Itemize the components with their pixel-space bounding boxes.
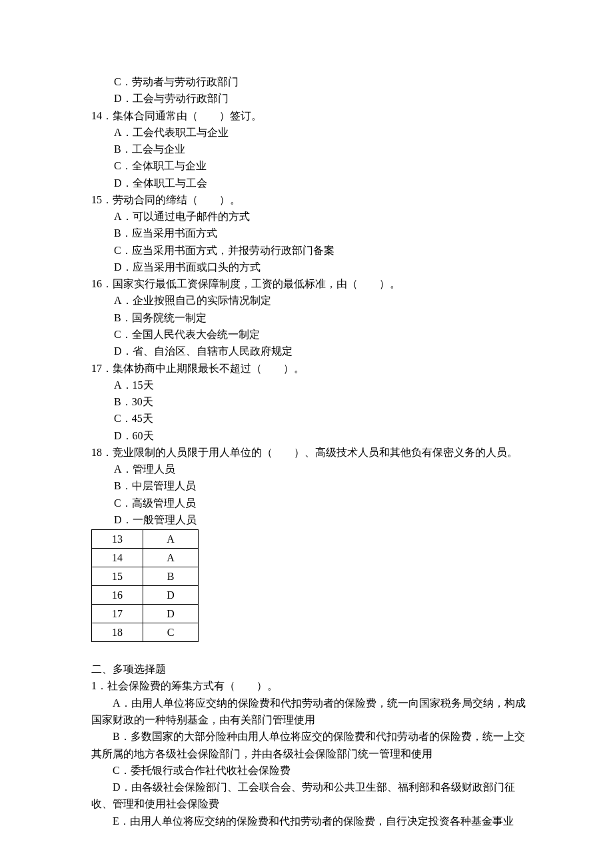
answer-num: 14: [92, 549, 143, 567]
q16-stem: 16．国家实行最低工资保障制度，工资的最低标准，由（ ）。: [91, 275, 526, 292]
q14-stem: 14．集体合同通常由（ ）签订。: [91, 107, 526, 124]
table-row: 17 D: [92, 605, 199, 623]
s2-q1-option-a: A．由用人单位将应交纳的保险费和代扣劳动者的保险费，统一向国家税务局交纳，构成国…: [91, 695, 526, 729]
q18-option-a: A．管理人员: [114, 461, 526, 477]
q13-option-c: C．劳动者与劳动行政部门: [114, 73, 526, 90]
q15-option-d: D．应当采用书面或口头的方式: [114, 259, 526, 275]
q13-option-d: D．工会与劳动行政部门: [114, 90, 526, 107]
q15-option-c: C．应当采用书面方式，并报劳动行政部门备案: [114, 242, 526, 259]
q14-option-b: B．工会与企业: [114, 141, 526, 157]
q14-option-d: D．全体职工与工会: [114, 175, 526, 191]
q18-option-b: B．中层管理人员: [114, 477, 526, 494]
q15-stem: 15．劳动合同的缔结（ ）。: [91, 191, 526, 208]
answer-key-table: 13 A 14 A 15 B 16 D 17 D 18 C: [91, 529, 199, 642]
q17-option-b: B．30天: [114, 393, 526, 410]
s2-q1-stem: 1．社会保险费的筹集方式有（ ）。: [91, 677, 526, 694]
q17-option-d: D．60天: [114, 427, 526, 444]
q18-stem: 18．竞业限制的人员限于用人单位的（ ）、高级技术人员和其他负有保密义务的人员。: [91, 444, 526, 461]
q14-option-c: C．全体职工与企业: [114, 157, 526, 174]
q17-option-a: A．15天: [114, 377, 526, 393]
answer-letter: A: [143, 549, 199, 567]
q17-option-c: C．45天: [114, 410, 526, 427]
q16-option-a: A．企业按照自己的实际情况制定: [114, 292, 526, 309]
q16-option-c: C．全国人民代表大会统一制定: [114, 326, 526, 343]
answer-letter: D: [143, 605, 199, 623]
table-row: 14 A: [92, 549, 199, 567]
table-row: 15 B: [92, 567, 199, 586]
s2-q1-option-e: E．由用人单位将应交纳的保险费和代扣劳动者的保险费，自行决定投资各种基金事业: [91, 813, 526, 829]
answer-letter: B: [143, 567, 199, 586]
q15-option-b: B．应当采用书面方式: [114, 225, 526, 241]
answer-num: 13: [92, 530, 143, 549]
answer-num: 16: [92, 586, 143, 605]
answer-num: 15: [92, 567, 143, 586]
answer-num: 18: [92, 623, 143, 642]
answer-letter: C: [143, 623, 199, 642]
q16-option-d: D．省、自治区、自辖市人民政府规定: [114, 343, 526, 359]
q18-option-d: D．一般管理人员: [114, 511, 526, 528]
s2-q1-option-c: C．委托银行或合作社代收社会保险费: [91, 762, 526, 779]
answer-letter: A: [143, 530, 199, 549]
q18-option-c: C．高级管理人员: [114, 495, 526, 511]
q16-option-b: B．国务院统一制定: [114, 309, 526, 326]
q15-option-a: A．可以通过电子邮件的方式: [114, 208, 526, 225]
table-row: 16 D: [92, 586, 199, 605]
s2-q1-option-d: D．由各级社会保险部门、工会联合会、劳动和公共卫生部、福利部和各级财政部门征收、…: [91, 779, 526, 813]
table-row: 13 A: [92, 530, 199, 549]
table-row: 18 C: [92, 623, 199, 642]
s2-q1-option-b: B．多数国家的大部分险种由用人单位将应交的保险费和代扣劳动者的保险费，统一上交其…: [91, 728, 526, 762]
answer-num: 17: [92, 605, 143, 623]
q14-option-a: A．工会代表职工与企业: [114, 124, 526, 141]
section2-heading: 二、多项选择题: [91, 661, 526, 677]
q17-stem: 17．集体协商中止期限最长不超过（ ）。: [91, 360, 526, 377]
answer-letter: D: [143, 586, 199, 605]
